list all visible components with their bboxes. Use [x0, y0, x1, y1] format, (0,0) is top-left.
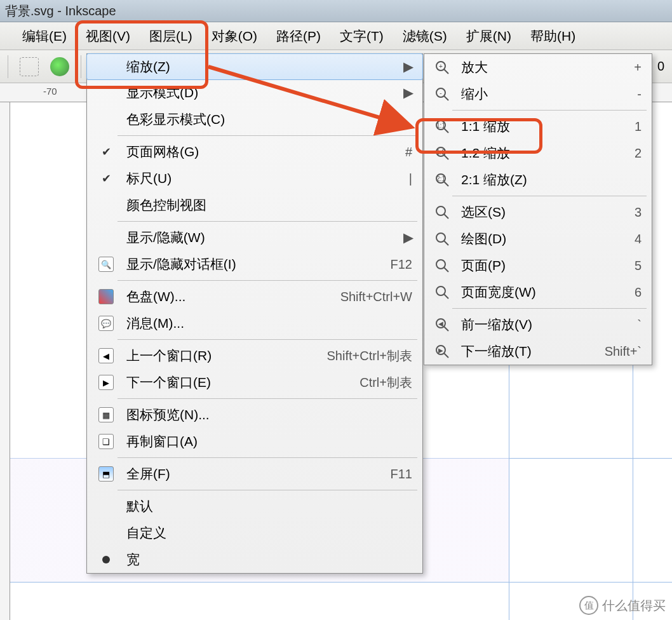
- menuitem-messages[interactable]: 💬 消息(M)...: [87, 310, 422, 337]
- svg-line-4: [444, 96, 448, 100]
- svg-text:▶: ▶: [438, 347, 443, 354]
- menuitem-zoom-prev[interactable]: ◀ 前一缩放(V) `: [424, 311, 652, 338]
- svg-line-16: [444, 214, 448, 219]
- shortcut-text: Shift+`: [586, 344, 642, 359]
- svg-point-19: [436, 260, 445, 269]
- menuitem-swatches[interactable]: 色盘(W)... Shift+Ctrl+W: [87, 283, 422, 310]
- menuitem-label: 页面(P): [461, 257, 608, 274]
- svg-line-27: [444, 353, 448, 358]
- svg-text:◀: ◀: [438, 320, 443, 327]
- zoom-page-icon: [434, 258, 450, 273]
- svg-line-22: [444, 294, 448, 299]
- dup-window-icon: ❏: [98, 434, 114, 449]
- shortcut-text: +: [615, 60, 642, 75]
- menuitem-page-grid[interactable]: ✔ 页面网格(G) #: [87, 138, 422, 165]
- menu-text[interactable]: 文字(T): [333, 25, 390, 48]
- menu-extensions[interactable]: 扩展(N): [460, 25, 518, 48]
- menuitem-label: 上一个窗口(R): [126, 347, 300, 365]
- menuitem-zoom-21[interactable]: 2:1 2:1 缩放(Z): [424, 166, 652, 193]
- menuitem-label: 色盘(W)...: [126, 288, 314, 306]
- menuitem-label: 标尺(U): [126, 170, 382, 187]
- menuitem-show-hide[interactable]: 显示/隐藏(W) ▶: [87, 224, 422, 251]
- select-icon[interactable]: [20, 57, 39, 76]
- menuitem-next-window[interactable]: ▶ 下一个窗口(E) Ctrl+制表: [87, 369, 422, 396]
- shortcut-text: F11: [372, 467, 412, 482]
- menuitem-zoom-drawing[interactable]: 绘图(D) 4: [424, 226, 652, 252]
- menuitem-dialogs[interactable]: 🔍 显示/隐藏对话框(I) F12: [87, 251, 422, 278]
- svg-text:2:1: 2:1: [436, 175, 445, 182]
- svg-line-10: [444, 155, 448, 159]
- menu-separator: [452, 308, 647, 309]
- menu-separator: [118, 221, 417, 222]
- zoom-sel-icon: [434, 205, 450, 220]
- shortcut-text: 5: [615, 259, 642, 273]
- shortcut-text: 2: [615, 146, 642, 161]
- check-icon: ✔: [100, 172, 112, 185]
- bullet-icon: [102, 556, 110, 563]
- menu-edit[interactable]: 编辑(E): [16, 25, 73, 48]
- annotation-highlight-zoom11: [415, 118, 542, 154]
- messages-icon: 💬: [98, 316, 114, 331]
- dialog-icon: 🔍: [98, 257, 114, 272]
- shortcut-text: Shift+Ctrl+制表: [308, 347, 412, 365]
- tool-icon[interactable]: [50, 57, 69, 76]
- svg-text:+: +: [439, 63, 443, 70]
- menu-separator: [452, 196, 647, 196]
- menuitem-label: 2:1 缩放(Z): [461, 171, 642, 189]
- menuitem-wide[interactable]: 宽: [87, 546, 422, 573]
- shortcut-text: 6: [615, 285, 642, 300]
- svg-point-17: [436, 233, 445, 242]
- menuitem-label: 默认: [126, 497, 412, 515]
- shortcut-text: Shift+Ctrl+W: [321, 290, 412, 304]
- menuitem-prev-window[interactable]: ◀ 上一个窗口(R) Shift+Ctrl+制表: [87, 342, 422, 369]
- menuitem-icon-preview[interactable]: ▦ 图标预览(N)...: [87, 401, 422, 428]
- watermark-icon: 值: [579, 596, 598, 615]
- shortcut-text: F12: [372, 257, 412, 272]
- menuitem-rulers[interactable]: ✔ 标尺(U) |: [87, 165, 422, 192]
- menuitem-label: 前一缩放(V): [461, 316, 610, 334]
- fullscreen-icon: ⬒: [98, 466, 114, 482]
- menuitem-label: 图标预览(N)...: [126, 406, 412, 424]
- shortcut-text: 3: [615, 205, 642, 220]
- menuitem-zoom-next[interactable]: ▶ 下一缩放(T) Shift+`: [424, 338, 652, 365]
- menuitem-color-display[interactable]: 色彩显示模式(C): [87, 106, 422, 133]
- menu-filters[interactable]: 滤镜(S): [396, 25, 454, 48]
- menuitem-label: 绘图(D): [461, 230, 608, 248]
- menuitem-label: 显示/隐藏对话框(I): [126, 255, 364, 273]
- menu-separator: [118, 135, 417, 136]
- svg-line-1: [444, 69, 448, 74]
- svg-line-13: [444, 182, 448, 186]
- shortcut-text: Ctrl+制表: [340, 374, 412, 391]
- menuitem-zoom-in[interactable]: + 放大 +: [424, 54, 652, 81]
- menuitem-dup-window[interactable]: ❏ 再制窗口(A): [87, 428, 422, 455]
- shortcut-text: 4: [615, 232, 642, 246]
- menu-separator: [118, 280, 417, 281]
- menuitem-label: 页面宽度(W): [461, 283, 608, 301]
- window-title: 背景.svg - Inkscape: [5, 4, 116, 18]
- zoom-dropdown: + 放大 + - 缩小 - 1:1 1:1 缩放 1 1:2 1:2 缩放 2 …: [424, 53, 652, 365]
- zoom-draw-icon: [434, 231, 450, 246]
- toolbar-number: 0: [657, 59, 672, 74]
- zoom-in-icon: +: [434, 60, 450, 75]
- zoom-prev-icon: ◀: [434, 317, 450, 332]
- menuitem-zoom-page[interactable]: 页面(P) 5: [424, 252, 652, 279]
- chevron-right-icon: ▶: [403, 85, 412, 100]
- menuitem-label: 再制窗口(A): [126, 433, 412, 450]
- menuitem-zoom-page-width[interactable]: 页面宽度(W) 6: [424, 279, 652, 306]
- svg-point-15: [436, 206, 445, 215]
- menuitem-custom[interactable]: 自定义: [87, 520, 422, 546]
- next-window-icon: ▶: [98, 375, 114, 390]
- menuitem-label: 页面网格(G): [126, 143, 379, 161]
- menuitem-default[interactable]: 默认: [87, 493, 422, 520]
- menu-path[interactable]: 路径(P): [270, 25, 327, 48]
- menuitem-zoom-out[interactable]: - 缩小 -: [424, 81, 652, 107]
- menu-object[interactable]: 对象(O): [205, 25, 264, 48]
- shortcut-text: |: [390, 172, 412, 186]
- svg-line-20: [444, 267, 448, 272]
- menuitem-fullscreen[interactable]: ⬒ 全屏(F) F11: [87, 461, 422, 487]
- menuitem-zoom-selection[interactable]: 选区(S) 3: [424, 199, 652, 226]
- menuitem-label: 下一个窗口(E): [126, 374, 333, 391]
- menu-help[interactable]: 帮助(H): [524, 25, 582, 48]
- svg-point-21: [436, 286, 445, 295]
- menuitem-color-control[interactable]: 颜色控制视图: [87, 192, 422, 219]
